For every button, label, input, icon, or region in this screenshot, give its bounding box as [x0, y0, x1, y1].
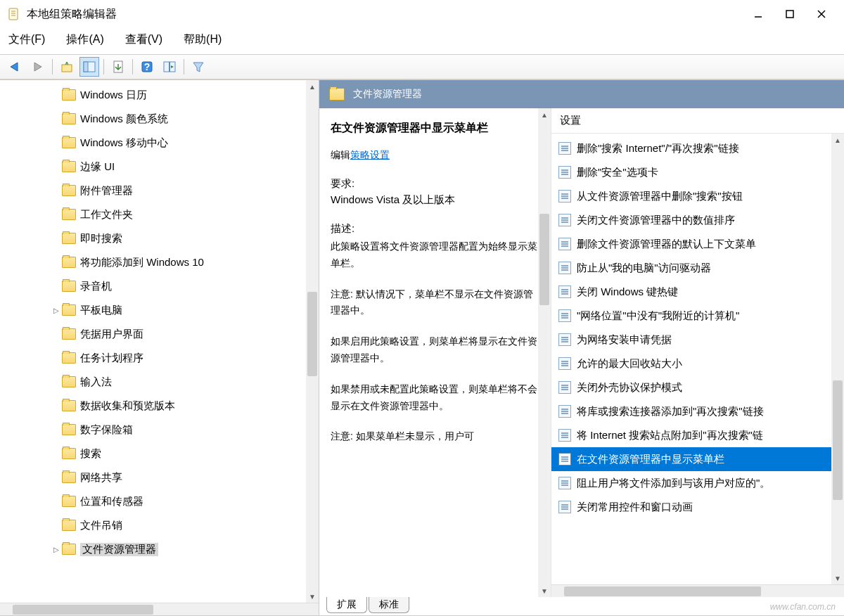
- edit-label: 编辑: [331, 149, 350, 160]
- setting-label: 删除"搜索 Internet"/"再次搜索"链接: [577, 142, 739, 155]
- setting-label: 关闭外壳协议保护模式: [577, 381, 682, 394]
- folder-icon: [62, 161, 76, 172]
- folder-icon: [62, 209, 76, 220]
- maximize-button[interactable]: [774, 4, 805, 25]
- tab-extended[interactable]: 扩展: [326, 597, 367, 613]
- tree-item[interactable]: 搜索: [0, 442, 319, 466]
- tree-item[interactable]: Windows 颜色系统: [0, 107, 319, 131]
- tree-item[interactable]: 附件管理器: [0, 179, 319, 203]
- nav-forward-button[interactable]: [28, 57, 48, 77]
- folder-icon: [62, 496, 76, 507]
- list-horizontal-scrollbar[interactable]: [551, 584, 844, 597]
- details-header: 文件资源管理器: [319, 80, 844, 108]
- menu-action[interactable]: 操作(A): [63, 31, 106, 49]
- setting-item[interactable]: 关闭文件资源管理器中的数值排序: [551, 208, 844, 232]
- setting-item[interactable]: "网络位置"中没有"我附近的计算机": [551, 304, 844, 328]
- minimize-button[interactable]: [742, 4, 774, 25]
- expand-toggle[interactable]: ▷: [51, 546, 62, 553]
- tree-item-label: 文件吊销: [80, 519, 122, 532]
- nav-back-button[interactable]: [6, 57, 25, 77]
- list-vertical-scrollbar[interactable]: ▲ ▼: [831, 134, 844, 584]
- filter-button[interactable]: [188, 57, 208, 77]
- setting-icon: [558, 357, 571, 370]
- tree-item-label: 数据收集和预览版本: [80, 399, 175, 413]
- tree-item[interactable]: 凭据用户界面: [0, 322, 319, 346]
- setting-item[interactable]: 将库或搜索连接器添加到"再次搜索"链接: [551, 399, 844, 423]
- tree-item[interactable]: Windows 移动中心: [0, 131, 319, 155]
- tree-item[interactable]: 位置和传感器: [0, 489, 319, 513]
- setting-item[interactable]: 关闭外壳协议保护模式: [551, 376, 844, 399]
- tree-vertical-scrollbar[interactable]: ▲ ▼: [306, 80, 319, 603]
- setting-item[interactable]: 删除"搜索 Internet"/"再次搜索"链接: [551, 136, 844, 160]
- setting-item[interactable]: 删除文件资源管理器的默认上下文菜单: [551, 232, 844, 256]
- setting-item[interactable]: 阻止用户将文件添加到与该用户对应的"。: [551, 471, 844, 495]
- setting-icon: [558, 238, 571, 250]
- tree-item[interactable]: Windows 日历: [0, 83, 319, 107]
- tree-item[interactable]: 数字保险箱: [0, 418, 319, 442]
- setting-item[interactable]: 将 Internet 搜索站点附加到"再次搜索"链: [551, 423, 844, 447]
- tree-item[interactable]: 即时搜索: [0, 226, 319, 250]
- setting-icon: [558, 477, 571, 489]
- description-paragraph: 此策略设置将文件资源管理器配置为始终显示菜单栏。: [331, 238, 541, 272]
- export-list-button[interactable]: [108, 57, 128, 77]
- menu-help[interactable]: 帮助(H): [181, 31, 224, 49]
- setting-icon: [558, 262, 571, 274]
- tree-item[interactable]: ▷文件资源管理器: [0, 537, 319, 561]
- tree-item-label: 网络共享: [80, 471, 122, 485]
- tree-item-label: 工作文件夹: [80, 208, 133, 222]
- tree-item-label: 搜索: [80, 447, 101, 461]
- folder-icon: [62, 400, 76, 411]
- tree-item[interactable]: 文件吊销: [0, 513, 319, 537]
- properties-button[interactable]: [160, 57, 179, 77]
- menu-file[interactable]: 文件(F): [6, 31, 48, 49]
- tree-item[interactable]: ▷平板电脑: [0, 298, 319, 322]
- tree-item[interactable]: 工作文件夹: [0, 203, 319, 226]
- expand-toggle[interactable]: ▷: [51, 307, 62, 314]
- setting-label: 关闭 Windows 键热键: [577, 285, 678, 299]
- menu-view[interactable]: 查看(V): [122, 31, 165, 49]
- tree-item[interactable]: 任务计划程序: [0, 346, 319, 370]
- setting-item[interactable]: 防止从"我的电脑"访问驱动器: [551, 256, 844, 280]
- setting-item[interactable]: 为网络安装申请凭据: [551, 328, 844, 352]
- scroll-up-arrow[interactable]: ▲: [306, 80, 319, 93]
- description-paragraph: 如果禁用或未配置此策略设置，则菜单栏将不会显示在文件资源管理器中。: [331, 381, 541, 415]
- folder-icon: [62, 233, 76, 244]
- tree-item-label: 附件管理器: [80, 184, 133, 198]
- tree-item[interactable]: 边缘 UI: [0, 155, 319, 179]
- scroll-down-arrow[interactable]: ▼: [306, 590, 319, 603]
- tree-item-label: 边缘 UI: [80, 160, 115, 174]
- watermark: www.cfan.com.cn: [770, 602, 836, 612]
- tree-horizontal-scrollbar[interactable]: [0, 603, 319, 615]
- setting-item[interactable]: 关闭常用控件和窗口动画: [551, 495, 844, 519]
- description-scrollbar[interactable]: ▲ ▼: [538, 108, 551, 597]
- tree-item[interactable]: 数据收集和预览版本: [0, 394, 319, 418]
- tree-item[interactable]: 网络共享: [0, 466, 319, 489]
- tree-item[interactable]: 录音机: [0, 274, 319, 298]
- setting-icon: [558, 142, 571, 155]
- setting-item[interactable]: 关闭 Windows 键热键: [551, 280, 844, 304]
- selected-setting-title: 在文件资源管理器中显示菜单栏: [331, 121, 541, 136]
- help-button[interactable]: ?: [137, 57, 157, 77]
- setting-item[interactable]: 从文件资源管理器中删除"搜索"按钮: [551, 184, 844, 208]
- edit-policy-link[interactable]: 策略设置: [350, 149, 390, 160]
- details-panel: 文件资源管理器 在文件资源管理器中显示菜单栏 编辑策略设置 要求: Window…: [319, 80, 844, 615]
- menubar: 文件(F) 操作(A) 查看(V) 帮助(H): [0, 28, 844, 54]
- settings-column-header[interactable]: 设置: [551, 108, 844, 134]
- tree-item-label: 输入法: [80, 376, 112, 389]
- tab-standard[interactable]: 标准: [369, 597, 409, 613]
- close-button[interactable]: [805, 4, 837, 25]
- up-level-button[interactable]: [57, 57, 77, 77]
- requirement-text: Windows Vista 及以上版本: [331, 193, 541, 207]
- setting-label: 在文件资源管理器中显示菜单栏: [577, 453, 724, 466]
- window-title: 本地组策略编辑器: [27, 7, 742, 22]
- show-hide-tree-button[interactable]: [79, 57, 99, 77]
- requirement-label: 要求:: [331, 177, 541, 191]
- setting-item[interactable]: 在文件资源管理器中显示菜单栏: [551, 447, 844, 471]
- setting-item[interactable]: 允许的最大回收站大小: [551, 352, 844, 376]
- description-paragraph: 如果启用此策略设置，则菜单栏将显示在文件资源管理器中。: [331, 333, 541, 367]
- setting-item[interactable]: 删除"安全"选项卡: [551, 160, 844, 184]
- tree-item[interactable]: 将功能添加到 Windows 10: [0, 250, 319, 274]
- tree-item[interactable]: 输入法: [0, 370, 319, 394]
- folder-icon: [62, 185, 76, 196]
- tree-item-label: Windows 颜色系统: [80, 113, 168, 126]
